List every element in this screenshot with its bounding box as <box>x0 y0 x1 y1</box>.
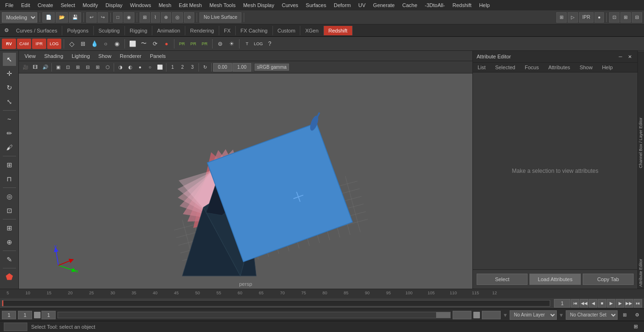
frame-start-input[interactable] <box>2 311 16 319</box>
attr-load-btn[interactable]: Load Attributes <box>529 274 580 285</box>
vm-panels[interactable]: Panels <box>146 52 170 60</box>
menu-curves[interactable]: Curves <box>279 1 302 9</box>
range-slider[interactable] <box>58 312 451 318</box>
layout3-btn[interactable]: ⊟ <box>632 12 642 23</box>
greasepencil-btn[interactable]: ✎ <box>3 253 16 266</box>
tab-sculpting[interactable]: Sculpting <box>94 26 125 35</box>
new-scene-btn[interactable]: 📄 <box>42 12 55 23</box>
last-frame-btn[interactable]: ⏭ <box>634 299 642 308</box>
channel-box-side-label[interactable]: Channel Box / Layer Editor <box>638 51 644 170</box>
snap-surface-btn[interactable]: ⊘ <box>184 12 194 23</box>
no-live-surface-btn[interactable]: No Live Surface <box>199 12 241 23</box>
lasso-btn[interactable]: ◉ <box>124 12 134 23</box>
vp-shade1-icon[interactable]: ◑ <box>116 63 125 72</box>
rs-pr3-btn[interactable]: PR <box>199 39 210 49</box>
vp-cam-icon[interactable]: 🎥 <box>21 63 30 72</box>
open-scene-btn[interactable]: 📂 <box>56 12 68 23</box>
vp-shade2-icon[interactable]: ◐ <box>125 63 135 72</box>
attr-paint-btn[interactable]: 🖌 <box>3 141 16 154</box>
tab-curves-surfaces[interactable]: Curves / Surfaces <box>11 26 62 35</box>
undo-btn[interactable]: ↩ <box>86 12 97 23</box>
rs-box-btn[interactable]: ⬜ <box>127 39 138 49</box>
attr-close-btn[interactable]: ✕ <box>626 53 634 60</box>
rs-rv-btn[interactable]: RV <box>2 39 16 49</box>
attr-select-btn[interactable]: Select <box>477 274 528 285</box>
mel-input[interactable]: MEL <box>4 323 27 331</box>
vp-comp-icon[interactable]: ⊞ <box>73 63 83 72</box>
tab-fx-caching[interactable]: FX Caching <box>236 26 272 35</box>
tab-settings-gear[interactable]: ⚙ <box>2 26 11 35</box>
rs-disk-btn[interactable]: ◉ <box>112 39 122 49</box>
snap-view-btn[interactable]: ◎ <box>172 12 183 23</box>
rs-drop-btn[interactable]: 💧 <box>89 39 99 49</box>
rs-cam-btn[interactable]: CAM <box>17 39 31 49</box>
vm-show[interactable]: Show <box>95 52 116 60</box>
range-end-input[interactable]: 120 <box>453 311 471 319</box>
attr-tab-list[interactable]: List <box>473 63 490 72</box>
attr-tab-focus[interactable]: Focus <box>520 63 544 72</box>
rotate-tool-btn[interactable]: ↻ <box>3 81 16 94</box>
vp-iso3-icon[interactable]: 3 <box>188 63 197 72</box>
vp-num1-input[interactable] <box>213 63 232 72</box>
first-frame-btn[interactable]: ⏮ <box>571 299 579 308</box>
move-tool-btn[interactable]: ✛ <box>3 67 16 80</box>
menu-mesh-display[interactable]: Mesh Display <box>240 1 278 9</box>
script-editor-icon[interactable]: ⊞ <box>631 322 640 332</box>
layout2-btn[interactable]: ⊞ <box>620 12 631 23</box>
rs-ipr-btn[interactable]: IPR <box>32 39 46 49</box>
tool5-btn[interactable]: ⊞ <box>3 221 16 235</box>
vp-tex-icon[interactable]: ⬜ <box>155 63 165 72</box>
time-track[interactable] <box>2 300 550 307</box>
char-set-select[interactable]: No Character Set <box>566 310 618 320</box>
redo-btn[interactable]: ↪ <box>98 12 108 23</box>
layout-btn[interactable]: ⊡ <box>609 12 619 23</box>
attr-tab-help[interactable]: Help <box>597 63 618 72</box>
vp-grid-icon[interactable]: ⊞ <box>93 63 102 72</box>
rs-diamond-btn[interactable]: ◇ <box>66 39 77 49</box>
snap-tool-btn[interactable]: ◎ <box>3 190 16 203</box>
vp-iso2-icon[interactable]: 2 <box>178 63 187 72</box>
attr-tab-selected[interactable]: Selected <box>490 63 520 72</box>
rs-ball-btn[interactable]: ● <box>161 39 172 49</box>
char-set-icon[interactable]: ⊞ <box>619 310 630 320</box>
prev-frame-btn[interactable]: ◀ <box>589 299 597 308</box>
playback-max-input[interactable]: 200 <box>482 311 501 319</box>
menu-uv[interactable]: UV <box>355 1 369 9</box>
vm-renderer[interactable]: Renderer <box>116 52 145 60</box>
vm-view[interactable]: View <box>21 52 40 60</box>
menu-create[interactable]: Create <box>34 1 57 9</box>
menu-edit[interactable]: Edit <box>18 1 33 9</box>
menu-modify[interactable]: Modify <box>79 1 101 9</box>
render2-btn[interactable]: ● <box>594 12 604 23</box>
save-scene-btn[interactable]: 💾 <box>69 12 81 23</box>
menu-select[interactable]: Select <box>58 1 79 9</box>
manip-btn[interactable]: ⊞ <box>3 158 16 171</box>
rs-pr2-btn[interactable]: PR <box>188 39 198 49</box>
stop-btn[interactable]: ■ <box>598 299 606 308</box>
snap-grid-btn[interactable]: ⊞ <box>140 12 150 23</box>
rs-logo-btn[interactable]: ⬟ <box>3 270 16 283</box>
rs-plate-btn[interactable]: ⊜ <box>215 39 225 49</box>
menu-mesh-tools[interactable]: Mesh Tools <box>206 1 239 9</box>
menu-mesh[interactable]: Mesh <box>155 1 174 9</box>
show-manip-btn[interactable]: ⊡ <box>3 204 16 217</box>
vp-shade4-icon[interactable]: ○ <box>145 63 155 72</box>
attr-minimize-btn[interactable]: ─ <box>617 53 624 60</box>
attr-tab-show[interactable]: Show <box>575 63 597 72</box>
snap-point-btn[interactable]: ⊕ <box>161 12 171 23</box>
menu-file[interactable]: File <box>2 1 17 9</box>
rs-light-btn[interactable]: ☀ <box>226 39 237 49</box>
vp-select-icon[interactable]: ▣ <box>53 63 63 72</box>
menu-deform[interactable]: Deform <box>330 1 354 9</box>
render-btn[interactable]: ▷ <box>568 12 578 23</box>
rs-grid-btn[interactable]: ⊞ <box>78 39 88 49</box>
vp-loop-icon[interactable]: ↻ <box>200 63 210 72</box>
snap-curve-btn[interactable]: ⌇ <box>151 12 160 23</box>
menu-surfaces[interactable]: Surfaces <box>303 1 330 9</box>
anim-layer-select[interactable]: No Anim Layer <box>510 310 557 320</box>
vp-iso1-icon[interactable]: 1 <box>168 63 177 72</box>
menu-cache[interactable]: Cache <box>399 1 421 9</box>
paint-btn[interactable]: ✏ <box>3 127 16 140</box>
menu-redshift[interactable]: Redshift <box>449 1 475 9</box>
rs-question-btn[interactable]: ? <box>264 39 275 49</box>
